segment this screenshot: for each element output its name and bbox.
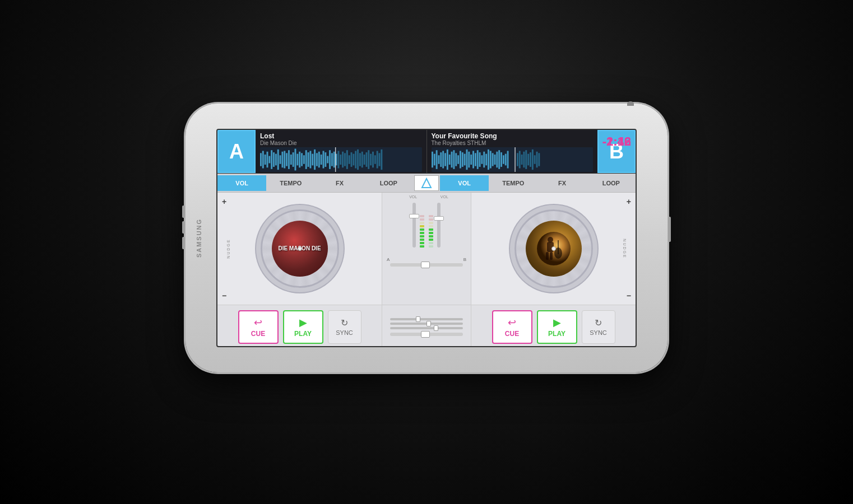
center-logo-button[interactable] (414, 175, 439, 191)
svg-rect-9 (277, 150, 279, 170)
deck-b-tempo-tab[interactable]: TEMPO (489, 175, 537, 191)
svg-rect-101 (525, 150, 527, 169)
svg-rect-8 (275, 154, 277, 166)
fader-b-container (437, 203, 441, 248)
svg-rect-84 (483, 152, 485, 167)
svg-rect-22 (305, 150, 307, 169)
mixer-center: VOL VOL (382, 193, 471, 305)
svg-rect-106 (536, 152, 537, 167)
deck-b-sync-button[interactable]: ↻ SYNC (582, 310, 615, 344)
svg-rect-80 (474, 153, 476, 166)
vu-seg (420, 218, 424, 221)
deck-b-artist: The Royalties STHLM (432, 140, 497, 146)
eq-row-2 (390, 323, 463, 325)
vu-meter-a (419, 203, 425, 248)
deck-a-loop-tab[interactable]: LOOP (364, 175, 413, 191)
deck-a-artist: Die Mason Die (260, 140, 297, 146)
deck-b-title-block: Your Favourite Song The Royalties STHLM (432, 132, 497, 146)
fader-b-handle[interactable] (434, 216, 444, 221)
eq-handle-2[interactable] (426, 321, 431, 326)
svg-rect-103 (530, 152, 531, 167)
crossfader-label-b: B (463, 257, 466, 262)
svg-rect-86 (488, 150, 489, 170)
svg-rect-27 (316, 153, 318, 166)
svg-rect-95 (507, 151, 508, 168)
svg-rect-51 (365, 152, 367, 167)
svg-rect-52 (368, 150, 369, 169)
turntable-b-spindle (551, 246, 556, 251)
svg-rect-102 (527, 154, 529, 166)
fader-group (384, 200, 469, 250)
eq-sliders (390, 318, 463, 329)
deck-b-minus: − (627, 291, 631, 300)
deck-a-info: Lost Die Mason Die -1:16 (256, 130, 427, 173)
vu-seg (420, 228, 424, 231)
svg-rect-56 (377, 151, 378, 168)
svg-rect-72 (457, 155, 459, 164)
eq-track-2[interactable] (390, 323, 463, 325)
svg-rect-76 (466, 150, 467, 170)
deck-b-fx-tab[interactable]: FX (538, 175, 587, 191)
svg-rect-48 (359, 153, 361, 166)
deck-a-title-block: Lost Die Mason Die (260, 132, 297, 146)
svg-rect-44 (351, 152, 353, 167)
bottom-crossfader-handle[interactable] (421, 331, 430, 338)
svg-rect-107 (538, 153, 540, 166)
vu-seg (420, 235, 424, 237)
vol-down-button[interactable] (182, 221, 185, 234)
svg-rect-83 (481, 155, 483, 164)
bottom-crossfader-track[interactable] (390, 333, 463, 336)
crossfader-label-a: A (387, 257, 390, 262)
deck-a-fx-tab[interactable]: FX (316, 175, 364, 191)
turntable-b[interactable] (514, 209, 593, 288)
eq-handle-1[interactable] (416, 316, 420, 322)
crossfader-track[interactable] (390, 263, 463, 267)
deck-a-play-button[interactable]: ▶ PLAY (283, 310, 323, 344)
svg-rect-16 (293, 152, 294, 167)
deck-b-vol-tab[interactable]: VOL (440, 175, 489, 191)
turntable-a[interactable]: DIE MASON DIE (261, 209, 339, 288)
deck-a-cue-button[interactable]: ↩ CUE (238, 310, 279, 344)
deck-b-cue-button[interactable]: ↩ CUE (492, 310, 532, 344)
svg-rect-2 (262, 151, 264, 168)
cue-b-icon: ↩ (508, 316, 516, 329)
svg-rect-35 (333, 152, 335, 167)
svg-rect-42 (346, 150, 348, 169)
cue-b-label: CUE (505, 330, 519, 338)
svg-rect-57 (379, 153, 381, 166)
svg-rect-82 (479, 152, 480, 167)
vol-up-button[interactable] (182, 206, 185, 218)
svg-rect-64 (440, 152, 442, 167)
deck-b-loop-tab[interactable]: LOOP (587, 175, 636, 191)
svg-rect-30 (323, 151, 324, 168)
eq-track-3[interactable] (390, 327, 463, 329)
deck-b-play-button[interactable]: ▶ PLAY (537, 310, 577, 344)
cue-a-icon: ↩ (254, 316, 262, 329)
eq-track-1[interactable] (390, 318, 463, 320)
svg-rect-19 (299, 152, 300, 167)
vol-silent-button[interactable] (182, 237, 185, 249)
svg-rect-50 (364, 155, 365, 165)
deck-a-button[interactable]: A (217, 130, 256, 173)
bottom-controls-row: ↩ CUE ▶ PLAY ↻ SYNC (217, 305, 636, 347)
deck-b-controls: ↩ CUE ▶ PLAY ↻ SYNC (471, 306, 636, 348)
svg-rect-18 (296, 154, 298, 166)
deck-a-vol-tab[interactable]: VOL (217, 175, 266, 191)
svg-rect-92 (500, 152, 502, 167)
deck-b-time: -2:42 (602, 134, 631, 149)
crossfader-handle[interactable] (421, 262, 430, 268)
turntable-a-spindle (298, 246, 302, 251)
deck-a-tempo-tab[interactable]: TEMPO (266, 175, 315, 191)
phone-device: SAMSUNG A Lost Die Mason D (186, 104, 667, 372)
svg-rect-45 (353, 154, 354, 166)
deck-a-sync-button[interactable]: ↻ SYNC (328, 310, 361, 344)
fader-a-handle[interactable] (409, 214, 419, 218)
vu-seg (420, 222, 424, 224)
volume-buttons[interactable] (182, 206, 185, 249)
svg-rect-62 (435, 150, 437, 169)
eq-handle-3[interactable] (434, 325, 438, 331)
power-button[interactable] (668, 217, 671, 242)
svg-rect-104 (531, 150, 533, 170)
svg-rect-69 (451, 152, 452, 167)
vu-seg (429, 222, 433, 224)
